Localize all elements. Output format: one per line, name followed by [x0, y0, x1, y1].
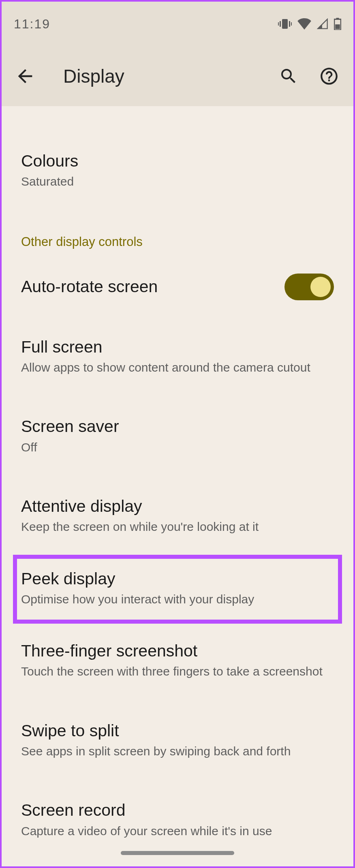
setting-subtitle: Allow apps to show content around the ca… [21, 359, 334, 376]
back-button[interactable] [11, 62, 39, 90]
setting-screen-record[interactable]: Screen record Capture a video of your sc… [2, 788, 353, 854]
setting-title: Swipe to split [21, 720, 334, 741]
setting-full-screen[interactable]: Full screen Allow apps to show content a… [2, 325, 353, 391]
svg-rect-1 [280, 21, 281, 27]
vibrate-icon [278, 18, 292, 30]
setting-title: Full screen [21, 337, 334, 357]
status-icons [278, 18, 341, 30]
setting-subtitle: Keep the screen on while you're looking … [21, 518, 334, 535]
battery-icon [334, 18, 341, 30]
svg-rect-2 [289, 21, 290, 27]
status-time: 11:19 [14, 17, 50, 32]
app-bar: Display [2, 46, 353, 106]
setting-title: Screen saver [21, 416, 334, 437]
signal-icon [317, 18, 328, 30]
setting-title: Peek display [21, 569, 334, 589]
svg-rect-3 [278, 22, 279, 26]
status-bar: 11:19 [2, 2, 353, 46]
svg-rect-7 [335, 24, 340, 29]
setting-screen-saver[interactable]: Screen saver Off [2, 404, 353, 470]
setting-title: Colours [21, 151, 334, 171]
setting-three-finger-screenshot[interactable]: Three-finger screenshot Touch the screen… [2, 629, 353, 695]
setting-subtitle: See apps in split screen by swiping back… [21, 743, 334, 759]
setting-subtitle: Touch the screen with three fingers to t… [21, 663, 334, 680]
wifi-icon [297, 18, 311, 30]
auto-rotate-toggle[interactable] [284, 274, 334, 300]
setting-title: Three-finger screenshot [21, 641, 334, 661]
setting-subtitle: Optimise how you interact with your disp… [21, 591, 334, 607]
svg-rect-0 [282, 19, 288, 29]
setting-subtitle: Off [21, 439, 334, 455]
section-header: Other display controls [2, 218, 353, 257]
setting-attentive-display[interactable]: Attentive display Keep the screen on whi… [2, 484, 353, 550]
settings-list: Colours Saturated Other display controls… [2, 106, 353, 854]
setting-swipe-to-split[interactable]: Swipe to split See apps in split screen … [2, 708, 353, 774]
setting-colours[interactable]: Colours Saturated [2, 139, 353, 205]
help-icon [319, 66, 339, 86]
svg-rect-4 [291, 22, 292, 26]
search-icon [279, 66, 298, 86]
setting-subtitle: Capture a video of your screen while it'… [21, 823, 334, 839]
setting-auto-rotate[interactable]: Auto-rotate screen [2, 257, 353, 316]
help-button[interactable] [318, 65, 340, 88]
toggle-knob [310, 277, 331, 297]
setting-title: Auto-rotate screen [21, 276, 284, 297]
setting-title: Attentive display [21, 496, 334, 517]
nav-handle[interactable] [121, 851, 234, 855]
setting-subtitle: Saturated [21, 173, 334, 190]
search-button[interactable] [277, 65, 300, 88]
setting-peek-display[interactable]: Peek display Optimise how you interact w… [13, 555, 342, 624]
page-title: Display [55, 65, 261, 87]
arrow-back-icon [15, 66, 36, 87]
setting-title: Screen record [21, 800, 334, 821]
